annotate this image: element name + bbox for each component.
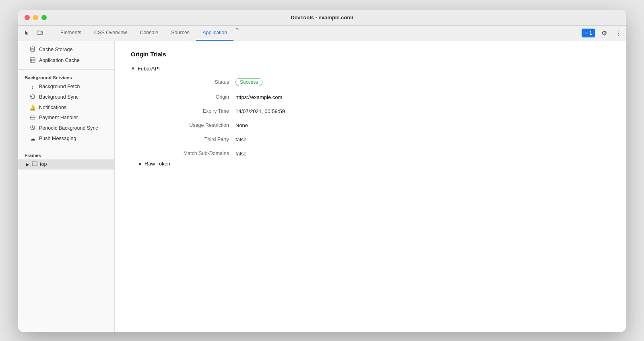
device-toggle-icon[interactable] <box>34 27 45 39</box>
background-sync-label: Background Sync <box>39 94 78 100</box>
svg-rect-3 <box>30 58 35 62</box>
frames-header: Frames <box>18 151 114 159</box>
periodic-background-sync-icon <box>29 125 36 132</box>
origin-value: https://example.com <box>235 94 610 100</box>
push-messaging-icon: ☁ <box>29 136 36 142</box>
expiry-time-label: Expiry Time <box>139 108 235 114</box>
sidebar-item-background-fetch[interactable]: ↕ Background Fetch <box>18 82 114 92</box>
notifications-icon: 🔔 <box>29 105 36 111</box>
sidebar-item-notifications[interactable]: 🔔 Notifications <box>18 103 114 113</box>
status-badge: Success <box>235 78 262 86</box>
payment-handler-label: Payment Handler <box>39 115 78 120</box>
tab-console[interactable]: Console <box>133 26 165 41</box>
more-options-button[interactable]: ⋮ <box>613 27 623 39</box>
frame-icon <box>32 161 37 167</box>
svg-rect-12 <box>32 162 37 166</box>
status-label: Status <box>139 78 235 86</box>
background-services-section: Background Services ↕ Background Fetch B… <box>18 70 114 147</box>
minimize-button[interactable] <box>33 15 38 20</box>
cache-storage-icon <box>29 46 36 53</box>
svg-rect-1 <box>41 32 43 34</box>
traffic-lights <box>25 15 47 20</box>
api-section-fubarapi: ▼ FubarAPI Status Success Origin https:/… <box>131 66 610 167</box>
status-value: Success <box>235 78 610 86</box>
settings-button[interactable]: ⚙ <box>599 27 610 39</box>
payment-handler-icon <box>29 115 36 121</box>
sidebar-item-top-frame[interactable]: ▶ top <box>18 159 114 169</box>
push-messaging-label: Push Messaging <box>39 136 76 141</box>
maximize-button[interactable] <box>41 15 47 20</box>
close-button[interactable] <box>25 15 30 20</box>
tab-css-overview[interactable]: CSS Overview <box>88 26 133 41</box>
svg-rect-0 <box>37 31 41 34</box>
svg-point-2 <box>31 47 35 48</box>
sidebar-item-application-cache[interactable]: Application Cache <box>18 55 114 66</box>
expiry-time-value: 14/07/2021, 00:59:59 <box>235 108 610 114</box>
frames-section: Frames ▶ top <box>18 147 114 173</box>
notifications-label: Notifications <box>39 105 66 110</box>
cursor-icon[interactable] <box>21 27 33 39</box>
raw-token-row: ▶ Raw Token <box>131 161 610 167</box>
background-services-header: Background Services <box>18 73 114 82</box>
api-header: ▼ FubarAPI <box>131 66 610 72</box>
match-sub-domains-label: Match Sub-Domains <box>139 151 235 157</box>
data-grid: Status Success Origin https://example.co… <box>131 78 610 157</box>
tabs: Elements CSS Overview Console Sources Ap… <box>54 26 233 41</box>
third-party-label: Third Party <box>139 136 235 143</box>
raw-token-header: ▶ Raw Token <box>139 161 610 167</box>
sidebar-item-cache-storage[interactable]: Cache Storage <box>18 44 114 55</box>
tab-application[interactable]: Application <box>196 26 233 41</box>
periodic-background-sync-label: Periodic Background Sync <box>39 125 98 131</box>
sidebar-item-push-messaging[interactable]: ☁ Push Messaging <box>18 134 114 144</box>
sidebar-item-periodic-background-sync[interactable]: Periodic Background Sync <box>18 123 114 134</box>
api-name-label: FubarAPI <box>138 66 160 72</box>
main-content: Origin Trials ▼ FubarAPI Status Success … <box>115 41 626 332</box>
devtools-window: DevTools - example.com/ Elements CSS Ove… <box>18 10 626 332</box>
page-title: Origin Trials <box>131 51 610 58</box>
cache-storage-label: Cache Storage <box>39 47 72 52</box>
tab-sources[interactable]: Sources <box>165 26 196 41</box>
tabbar-right: ≡ 1 ⚙ ⋮ <box>582 26 623 41</box>
sidebar-item-payment-handler[interactable]: Payment Handler <box>18 113 114 123</box>
application-cache-icon <box>29 57 36 64</box>
raw-token-expand-icon[interactable]: ▶ <box>139 161 142 166</box>
sidebar-item-background-sync[interactable]: Background Sync <box>18 92 114 103</box>
usage-restriction-label: Usage Restriction <box>139 122 235 128</box>
background-fetch-label: Background Fetch <box>39 84 80 89</box>
svg-line-11 <box>33 128 34 128</box>
tabbar-left-icons <box>21 26 51 41</box>
raw-token-label: Raw Token <box>144 161 170 167</box>
titlebar: DevTools - example.com/ <box>18 10 626 26</box>
issues-badge-button[interactable]: ≡ 1 <box>582 29 595 37</box>
api-expand-icon[interactable]: ▼ <box>131 66 135 71</box>
tab-elements[interactable]: Elements <box>54 26 88 41</box>
application-cache-label: Application Cache <box>39 58 80 63</box>
background-sync-icon <box>29 94 36 101</box>
background-fetch-icon: ↕ <box>29 84 36 90</box>
window-title: DevTools - example.com/ <box>291 14 353 21</box>
main-layout: Cache Storage Application Cache <box>18 41 626 332</box>
sidebar: Cache Storage Application Cache <box>18 41 115 332</box>
tabbar: Elements CSS Overview Console Sources Ap… <box>18 26 626 41</box>
origin-label: Origin <box>139 94 235 100</box>
top-frame-label: top <box>40 161 47 167</box>
frame-arrow-icon: ▶ <box>26 162 29 167</box>
issues-count: 1 <box>589 30 592 36</box>
storage-section: Cache Storage Application Cache <box>18 41 114 70</box>
more-tabs-button[interactable]: » <box>233 26 241 41</box>
issues-icon: ≡ <box>585 30 588 36</box>
match-sub-domains-value: false <box>235 151 610 157</box>
third-party-value: false <box>235 136 610 143</box>
usage-restriction-value: None <box>235 122 610 128</box>
